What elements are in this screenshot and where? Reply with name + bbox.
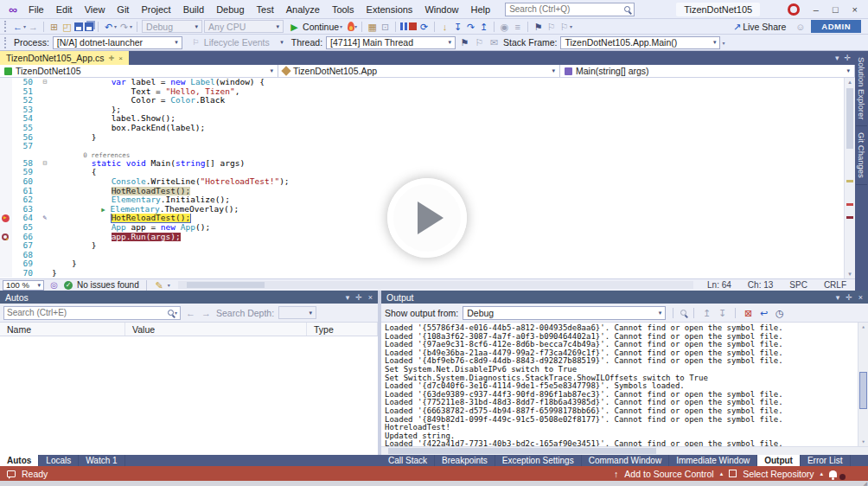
bookmark-icon[interactable]: ⚑: [533, 21, 544, 33]
code-cleanup-caret-icon[interactable]: ▾: [168, 282, 170, 288]
suspend-icon[interactable]: ✉: [488, 36, 500, 48]
breakpoint-icon[interactable]: ▸: [0, 214, 12, 223]
split-window-icon[interactable]: ✛: [844, 54, 851, 62]
undo-caret-icon[interactable]: ▾: [114, 23, 117, 29]
notifications-bell-icon[interactable]: [829, 470, 837, 477]
step-into-icon[interactable]: ↧: [452, 21, 463, 33]
menu-window[interactable]: Window: [418, 4, 464, 15]
resize-grip[interactable]: ◢: [863, 480, 867, 486]
add-to-source-control-button[interactable]: Add to Source Control: [624, 469, 713, 479]
scrollbar-thumb[interactable]: [187, 282, 265, 288]
tab-immediate-window[interactable]: Immediate Window: [669, 455, 757, 466]
line-ending-indicator[interactable]: CRLF: [818, 280, 852, 290]
menu-test[interactable]: Test: [251, 4, 280, 15]
threads-window-icon[interactable]: ≡: [512, 21, 523, 33]
stack-frame-combo[interactable]: TizenDotNet105.App.Main()▾: [560, 36, 720, 49]
save-all-icon[interactable]: [85, 22, 93, 31]
search-input[interactable]: [509, 4, 622, 14]
menu-extensions[interactable]: Extensions: [361, 4, 419, 15]
health-text[interactable]: No issues found: [77, 280, 139, 290]
fold-marker-icon[interactable]: ⊟: [38, 78, 52, 87]
repository-caret-icon[interactable]: ▴: [820, 470, 823, 477]
close-panel-icon[interactable]: ×: [368, 293, 373, 302]
editor-horizontal-scrollbar[interactable]: [178, 281, 693, 289]
flag-threads-icon[interactable]: ⚑: [459, 36, 470, 48]
fold-marker-icon[interactable]: ⊟: [38, 159, 52, 169]
column-indicator[interactable]: Ch: 13: [742, 280, 779, 290]
toolbar-overflow-icon[interactable]: ▾: [722, 40, 724, 46]
find-message-icon[interactable]: [680, 310, 686, 316]
close-panel-icon[interactable]: ×: [858, 293, 863, 302]
tab-watch-1[interactable]: Watch 1: [79, 455, 124, 466]
scroll-up-icon[interactable]: ▴: [845, 79, 855, 86]
scroll-up-icon[interactable]: ▴: [858, 323, 868, 330]
word-wrap-icon[interactable]: ↩: [758, 307, 769, 319]
member-dropdown[interactable]: Main(string[] args)▾: [560, 65, 855, 77]
output-horizontal-scrollbar[interactable]: [381, 446, 868, 455]
output-vertical-scrollbar[interactable]: ▴ ▾: [858, 323, 868, 446]
toolbox-icon[interactable]: ▦: [367, 21, 378, 33]
spaces-indicator[interactable]: SPC: [783, 280, 814, 290]
undo-icon[interactable]: ↶: [103, 21, 114, 33]
tab-exception-settings[interactable]: Exception Settings: [495, 455, 582, 466]
feedback-icon[interactable]: ☺: [795, 21, 806, 33]
close-button[interactable]: ×: [852, 4, 858, 15]
window-position-caret-icon[interactable]: ▾: [346, 293, 350, 302]
navigate-forward-icon[interactable]: →: [28, 21, 39, 33]
codelens-text[interactable]: 0 references: [52, 151, 855, 159]
search-forward-icon[interactable]: →: [201, 307, 212, 319]
navigate-back-icon[interactable]: ←: [12, 21, 23, 33]
output-source-combo[interactable]: Debug▾: [463, 306, 666, 320]
next-message-icon[interactable]: ↧: [717, 307, 728, 319]
show-next-statement-icon[interactable]: ↓: [439, 21, 450, 33]
source-control-caret-icon[interactable]: ▴: [720, 470, 724, 477]
previous-message-icon[interactable]: ↥: [701, 307, 712, 319]
bookmark-caret-icon[interactable]: ▾: [570, 23, 572, 29]
code-cleanup-icon[interactable]: ✎: [154, 279, 165, 291]
continue-button[interactable]: ▶ Continue ▾: [285, 21, 346, 33]
scroll-down-icon[interactable]: ▾: [858, 438, 868, 445]
menu-analyze[interactable]: Analyze: [280, 4, 326, 15]
timestamp-icon[interactable]: ◷: [774, 307, 785, 319]
live-share-icon[interactable]: ↗: [731, 21, 743, 33]
pin-icon[interactable]: ✛: [846, 293, 852, 302]
autos-search-input[interactable]: [7, 308, 165, 317]
project-dropdown[interactable]: TizenDotNet105▾: [0, 65, 278, 77]
autos-grid-body[interactable]: [0, 336, 378, 455]
scrollbar-thumb[interactable]: [388, 448, 656, 454]
pin-icon[interactable]: ✛: [108, 54, 114, 62]
lifecycle-events-combo[interactable]: ⚐ Lifecycle Events▾: [186, 36, 288, 49]
menu-build[interactable]: Build: [177, 4, 210, 15]
window-position-caret-icon[interactable]: ▾: [836, 293, 840, 302]
minimize-button[interactable]: –: [814, 4, 819, 15]
quick-search-box[interactable]: [505, 3, 635, 16]
video-play-button[interactable]: [387, 178, 467, 258]
close-tab-icon[interactable]: ×: [118, 54, 123, 62]
search-back-icon[interactable]: ←: [185, 307, 196, 319]
flag-just-my-code-icon[interactable]: ⚐: [474, 36, 485, 48]
tab-call-stack[interactable]: Call Stack: [381, 455, 435, 466]
editor-vertical-scrollbar[interactable]: ▴ ▾: [844, 78, 855, 278]
maximize-button[interactable]: □: [833, 4, 839, 15]
toolbar-grip[interactable]: [4, 21, 8, 32]
redo-icon[interactable]: ↷: [118, 21, 130, 33]
clear-all-icon[interactable]: ⊠: [743, 307, 754, 319]
menu-git[interactable]: Git: [111, 4, 135, 15]
column-header-value[interactable]: Value: [125, 323, 307, 336]
search-depth-combo[interactable]: ▾: [278, 306, 316, 319]
document-health-icon[interactable]: ◎: [48, 279, 60, 291]
menu-help[interactable]: Help: [465, 4, 497, 15]
menu-tools[interactable]: Tools: [326, 4, 361, 15]
save-icon[interactable]: [74, 22, 83, 31]
live-share-label[interactable]: Live Share: [743, 22, 786, 32]
solution-configuration-combo[interactable]: Debug▾: [142, 20, 202, 33]
tab-error-list[interactable]: Error List: [801, 455, 851, 466]
zoom-combo[interactable]: 100 %▾: [3, 280, 44, 291]
side-tab-git-changes[interactable]: Git Changes: [856, 126, 867, 185]
prev-bookmark-icon[interactable]: ⚐: [546, 21, 557, 33]
type-dropdown[interactable]: TizenDotNet105.App▾: [278, 65, 560, 77]
select-repository-button[interactable]: Select Repository: [743, 469, 814, 479]
column-header-name[interactable]: Name: [0, 323, 125, 336]
scroll-down-icon[interactable]: ▾: [845, 271, 855, 278]
next-bookmark-icon[interactable]: ⚐: [558, 21, 570, 33]
